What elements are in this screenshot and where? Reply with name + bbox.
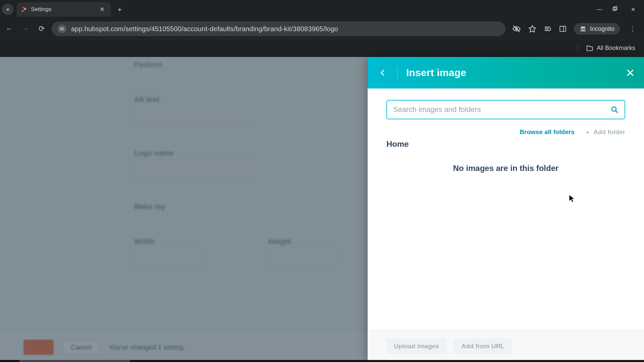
panel-header: Insert image — [368, 57, 644, 88]
browser-menu-button[interactable]: ⋮ — [627, 25, 638, 33]
add-from-url-button[interactable]: Add from URL — [454, 339, 512, 354]
incognito-chip[interactable]: Incognito — [574, 23, 620, 35]
svg-rect-9 — [560, 26, 566, 32]
window-controls: — ✕ — [596, 6, 644, 13]
os-taskbar — [0, 360, 644, 362]
bookmark-star-icon[interactable] — [528, 25, 536, 33]
address-bar-row: ← → ⟳ app.hubspot.com/settings/45105500/… — [0, 19, 644, 39]
search-field-wrap[interactable] — [386, 100, 625, 119]
nav-reload-button[interactable]: ⟳ — [36, 23, 48, 35]
search-icon[interactable] — [610, 106, 619, 114]
media-control-icon[interactable] — [544, 25, 552, 33]
site-info-icon[interactable] — [58, 24, 66, 33]
svg-point-10 — [581, 29, 583, 32]
incognito-label: Incognito — [590, 25, 614, 33]
browser-tab[interactable]: Settings ✕ — [17, 2, 111, 17]
incognito-icon — [579, 25, 587, 33]
add-folder-button[interactable]: ＋ Add folder — [585, 128, 625, 136]
svg-point-7 — [60, 29, 61, 30]
address-bar[interactable]: app.hubspot.com/settings/45105500/accoun… — [52, 21, 505, 36]
browser-chrome: ▾ Settings ✕ ＋ — ✕ ← → ⟳ app.hubspot.com… — [0, 0, 644, 57]
svg-point-5 — [60, 27, 61, 28]
titlebar: ▾ Settings ✕ ＋ — ✕ — [0, 0, 644, 19]
tab-close-button[interactable]: ✕ — [100, 6, 105, 13]
hubspot-favicon — [21, 6, 28, 13]
nav-back-button[interactable]: ← — [3, 23, 15, 35]
chevron-down-icon: ▾ — [7, 7, 9, 12]
panel-title: Insert image — [406, 67, 466, 78]
window-maximize-button[interactable] — [612, 6, 620, 13]
sidepanel-icon[interactable] — [559, 25, 567, 33]
toolbar-right: Incognito ⋮ — [509, 23, 641, 35]
url-text: app.hubspot.com/settings/45105500/accoun… — [71, 25, 338, 33]
upload-images-button[interactable]: Upload images — [386, 339, 446, 354]
close-icon — [626, 68, 635, 77]
tab-title: Settings — [31, 6, 51, 13]
eye-off-icon[interactable] — [512, 24, 521, 33]
nav-forward-button[interactable]: → — [19, 23, 32, 35]
add-folder-label: Add folder — [593, 128, 625, 136]
folder-icon — [586, 45, 593, 52]
browse-all-folders-link[interactable]: Browse all folders — [520, 128, 575, 136]
window-minimize-button[interactable]: — — [596, 6, 603, 13]
insert-image-panel: Insert image Browse all folders ＋ Add fo… — [368, 57, 644, 362]
panel-back-button[interactable] — [377, 67, 388, 78]
chevron-left-icon — [379, 69, 386, 76]
panel-close-button[interactable] — [626, 68, 635, 77]
page-viewport: Favicon Alt text Logo name Make my Width… — [0, 57, 644, 362]
all-bookmarks-button[interactable]: All Bookmarks — [586, 45, 635, 52]
panel-body: Browse all folders ＋ Add folder Home No … — [368, 88, 644, 330]
svg-rect-3 — [613, 7, 616, 10]
new-tab-button[interactable]: ＋ — [111, 4, 129, 14]
tab-search-button[interactable]: ▾ — [2, 4, 13, 15]
window-close-button[interactable]: ✕ — [629, 6, 637, 13]
svg-point-6 — [60, 28, 61, 29]
all-bookmarks-label: All Bookmarks — [597, 45, 635, 52]
folder-breadcrumb: Home — [386, 139, 625, 149]
header-divider — [397, 66, 397, 79]
svg-rect-4 — [614, 6, 617, 9]
panel-actions-row: Browse all folders ＋ Add folder — [386, 128, 625, 136]
panel-footer: Upload images Add from URL — [368, 330, 644, 362]
bookmarks-bar: All Bookmarks — [0, 39, 644, 57]
svg-point-11 — [583, 29, 585, 32]
svg-point-12 — [612, 107, 616, 111]
search-input[interactable] — [393, 105, 610, 114]
bookmarks-separator — [578, 44, 578, 53]
mouse-cursor-icon — [569, 194, 575, 203]
svg-point-1 — [21, 11, 22, 12]
empty-state-message: No images are in this folder — [386, 164, 625, 173]
plus-icon: ＋ — [585, 128, 591, 136]
taskbar-highlight — [19, 360, 130, 362]
